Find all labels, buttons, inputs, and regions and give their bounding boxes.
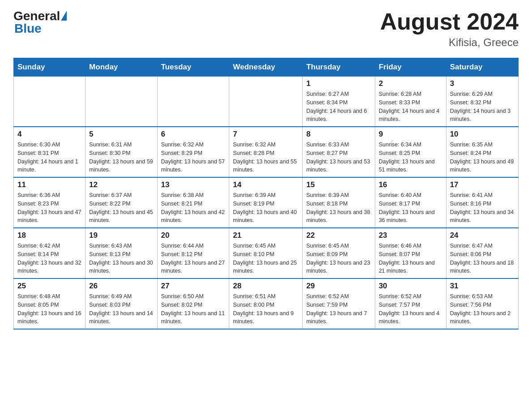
day-info: Sunrise: 6:32 AM Sunset: 8:29 PM Dayligh…: [161, 141, 226, 174]
day-info: Sunrise: 6:48 AM Sunset: 8:05 PM Dayligh…: [17, 292, 82, 326]
calendar-cell: 28Sunrise: 6:51 AM Sunset: 8:00 PM Dayli…: [229, 278, 303, 329]
day-info: Sunrise: 6:34 AM Sunset: 8:25 PM Dayligh…: [379, 141, 442, 174]
day-number: 27: [161, 282, 226, 291]
calendar-cell: 6Sunrise: 6:32 AM Sunset: 8:29 PM Daylig…: [157, 127, 229, 177]
calendar-cell: 4Sunrise: 6:30 AM Sunset: 8:31 PM Daylig…: [14, 127, 86, 177]
day-info: Sunrise: 6:36 AM Sunset: 8:23 PM Dayligh…: [17, 191, 82, 225]
day-number: 21: [233, 231, 299, 240]
page-header: General Blue August 2024 Kifisia, Greece: [13, 9, 519, 49]
day-info: Sunrise: 6:27 AM Sunset: 8:34 PM Dayligh…: [306, 90, 371, 124]
calendar-cell: 12Sunrise: 6:37 AM Sunset: 8:22 PM Dayli…: [86, 177, 157, 228]
week-row-2: 4Sunrise: 6:30 AM Sunset: 8:31 PM Daylig…: [14, 127, 519, 177]
weekday-header-sunday: Sunday: [14, 58, 86, 77]
day-number: 11: [17, 180, 82, 189]
calendar-cell: 30Sunrise: 6:52 AM Sunset: 7:57 PM Dayli…: [375, 278, 446, 329]
day-info: Sunrise: 6:39 AM Sunset: 8:19 PM Dayligh…: [233, 191, 299, 225]
day-info: Sunrise: 6:45 AM Sunset: 8:10 PM Dayligh…: [233, 242, 299, 275]
day-info: Sunrise: 6:41 AM Sunset: 8:16 PM Dayligh…: [450, 191, 515, 225]
day-info: Sunrise: 6:47 AM Sunset: 8:06 PM Dayligh…: [450, 242, 515, 275]
day-number: 20: [161, 231, 226, 240]
day-number: 9: [379, 130, 442, 139]
calendar-cell: 25Sunrise: 6:48 AM Sunset: 8:05 PM Dayli…: [14, 278, 86, 329]
calendar-cell: 3Sunrise: 6:29 AM Sunset: 8:32 PM Daylig…: [446, 77, 518, 127]
day-number: 12: [89, 180, 153, 189]
calendar-cell: 18Sunrise: 6:42 AM Sunset: 8:14 PM Dayli…: [14, 228, 86, 278]
weekday-header-friday: Friday: [375, 58, 446, 77]
day-info: Sunrise: 6:40 AM Sunset: 8:17 PM Dayligh…: [379, 191, 442, 225]
calendar-cell: 21Sunrise: 6:45 AM Sunset: 8:10 PM Dayli…: [229, 228, 303, 278]
day-number: 8: [306, 130, 371, 139]
calendar-cell: 13Sunrise: 6:38 AM Sunset: 8:21 PM Dayli…: [157, 177, 229, 228]
day-info: Sunrise: 6:30 AM Sunset: 8:31 PM Dayligh…: [17, 141, 82, 174]
day-info: Sunrise: 6:52 AM Sunset: 7:57 PM Dayligh…: [379, 292, 442, 326]
calendar-cell: [14, 77, 86, 127]
day-number: 31: [450, 282, 515, 291]
weekday-header-tuesday: Tuesday: [157, 58, 229, 77]
calendar-cell: 20Sunrise: 6:44 AM Sunset: 8:12 PM Dayli…: [157, 228, 229, 278]
day-info: Sunrise: 6:53 AM Sunset: 7:56 PM Dayligh…: [450, 292, 515, 326]
day-number: 3: [450, 79, 515, 88]
week-row-1: 1Sunrise: 6:27 AM Sunset: 8:34 PM Daylig…: [14, 77, 519, 127]
week-row-5: 25Sunrise: 6:48 AM Sunset: 8:05 PM Dayli…: [14, 278, 519, 329]
day-number: 19: [89, 231, 153, 240]
day-number: 18: [17, 231, 82, 240]
day-number: 5: [89, 130, 153, 139]
day-info: Sunrise: 6:28 AM Sunset: 8:33 PM Dayligh…: [379, 90, 442, 124]
day-number: 2: [379, 79, 442, 88]
week-row-4: 18Sunrise: 6:42 AM Sunset: 8:14 PM Dayli…: [14, 228, 519, 278]
day-info: Sunrise: 6:38 AM Sunset: 8:21 PM Dayligh…: [161, 191, 226, 225]
day-number: 22: [306, 231, 371, 240]
calendar-cell: 9Sunrise: 6:34 AM Sunset: 8:25 PM Daylig…: [375, 127, 446, 177]
calendar-cell: 10Sunrise: 6:35 AM Sunset: 8:24 PM Dayli…: [446, 127, 518, 177]
calendar-cell: 17Sunrise: 6:41 AM Sunset: 8:16 PM Dayli…: [446, 177, 518, 228]
weekday-header-saturday: Saturday: [446, 58, 518, 77]
day-number: 13: [161, 180, 226, 189]
day-number: 17: [450, 180, 515, 189]
calendar-cell: [157, 77, 229, 127]
calendar-table: SundayMondayTuesdayWednesdayThursdayFrid…: [13, 58, 519, 330]
title-block: August 2024 Kifisia, Greece: [380, 9, 519, 49]
day-info: Sunrise: 6:44 AM Sunset: 8:12 PM Dayligh…: [161, 242, 226, 275]
day-number: 10: [450, 130, 515, 139]
logo-triangle-icon: [61, 11, 67, 21]
day-info: Sunrise: 6:32 AM Sunset: 8:28 PM Dayligh…: [233, 141, 299, 174]
day-number: 28: [233, 282, 299, 291]
weekday-header-wednesday: Wednesday: [229, 58, 303, 77]
calendar-cell: 22Sunrise: 6:45 AM Sunset: 8:09 PM Dayli…: [302, 228, 375, 278]
day-number: 4: [17, 130, 82, 139]
day-info: Sunrise: 6:39 AM Sunset: 8:18 PM Dayligh…: [306, 191, 371, 225]
logo-blue: Blue: [14, 21, 42, 36]
calendar-cell: 29Sunrise: 6:52 AM Sunset: 7:59 PM Dayli…: [302, 278, 375, 329]
calendar-cell: 24Sunrise: 6:47 AM Sunset: 8:06 PM Dayli…: [446, 228, 518, 278]
day-info: Sunrise: 6:46 AM Sunset: 8:07 PM Dayligh…: [379, 242, 442, 275]
day-info: Sunrise: 6:37 AM Sunset: 8:22 PM Dayligh…: [89, 191, 153, 225]
calendar-cell: 5Sunrise: 6:31 AM Sunset: 8:30 PM Daylig…: [86, 127, 157, 177]
calendar-title: August 2024: [380, 9, 519, 34]
calendar-cell: 7Sunrise: 6:32 AM Sunset: 8:28 PM Daylig…: [229, 127, 303, 177]
calendar-cell: 1Sunrise: 6:27 AM Sunset: 8:34 PM Daylig…: [302, 77, 375, 127]
day-number: 14: [233, 180, 299, 189]
calendar-cell: 8Sunrise: 6:33 AM Sunset: 8:27 PM Daylig…: [302, 127, 375, 177]
day-info: Sunrise: 6:31 AM Sunset: 8:30 PM Dayligh…: [89, 141, 153, 174]
day-number: 23: [379, 231, 442, 240]
week-row-3: 11Sunrise: 6:36 AM Sunset: 8:23 PM Dayli…: [14, 177, 519, 228]
calendar-cell: 2Sunrise: 6:28 AM Sunset: 8:33 PM Daylig…: [375, 77, 446, 127]
day-number: 26: [89, 282, 153, 291]
day-info: Sunrise: 6:33 AM Sunset: 8:27 PM Dayligh…: [306, 141, 371, 174]
day-number: 15: [306, 180, 371, 189]
calendar-cell: [229, 77, 303, 127]
calendar-subtitle: Kifisia, Greece: [380, 36, 519, 49]
day-number: 25: [17, 282, 82, 291]
day-info: Sunrise: 6:29 AM Sunset: 8:32 PM Dayligh…: [450, 90, 515, 124]
day-info: Sunrise: 6:51 AM Sunset: 8:00 PM Dayligh…: [233, 292, 299, 326]
calendar-cell: 23Sunrise: 6:46 AM Sunset: 8:07 PM Dayli…: [375, 228, 446, 278]
weekday-header-row: SundayMondayTuesdayWednesdayThursdayFrid…: [14, 58, 519, 77]
day-number: 1: [306, 79, 371, 88]
day-info: Sunrise: 6:35 AM Sunset: 8:24 PM Dayligh…: [450, 141, 515, 174]
calendar-cell: [86, 77, 157, 127]
calendar-cell: 11Sunrise: 6:36 AM Sunset: 8:23 PM Dayli…: [14, 177, 86, 228]
logo: General Blue: [13, 9, 67, 36]
calendar-cell: 14Sunrise: 6:39 AM Sunset: 8:19 PM Dayli…: [229, 177, 303, 228]
day-info: Sunrise: 6:50 AM Sunset: 8:02 PM Dayligh…: [161, 292, 226, 326]
calendar-cell: 27Sunrise: 6:50 AM Sunset: 8:02 PM Dayli…: [157, 278, 229, 329]
